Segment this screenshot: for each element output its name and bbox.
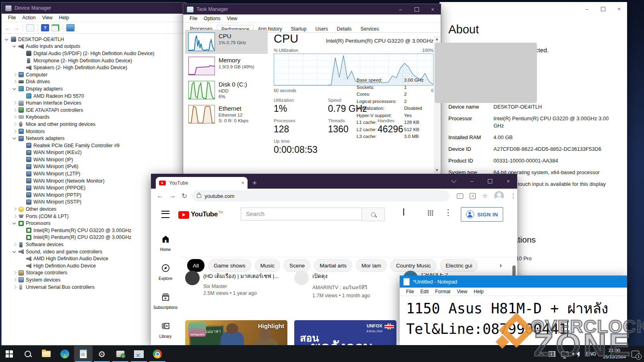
chevron-down-icon[interactable] <box>12 86 18 92</box>
tree-item[interactable]: WAN Miniport (IKEv2) <box>2 149 186 156</box>
chip-game-shows[interactable]: Game shows <box>208 259 251 272</box>
tree-item[interactable]: Microphone (2- High Definition Audio Dev… <box>2 57 186 64</box>
back-icon[interactable]: ← <box>157 192 163 200</box>
tab-close-icon[interactable]: × <box>241 180 244 186</box>
menu-view[interactable]: View <box>39 14 56 22</box>
video-title[interactable]: (HD เต็มเรื่อง) | มาสเตอร์เชฟ |... <box>203 273 279 280</box>
chrome-titlebar[interactable]: YouTube × + – × <box>151 174 517 189</box>
maximize-icon[interactable] <box>409 4 425 14</box>
chevron-right-icon[interactable] <box>12 100 18 106</box>
help-icon[interactable]: ? <box>41 24 49 31</box>
menu-view[interactable]: View <box>454 288 471 296</box>
tree-item[interactable]: Digital Audio (S/PDIF) (2- High Definiti… <box>2 50 186 57</box>
tree-item[interactable]: Mice and other pointing devices <box>2 121 186 128</box>
reload-icon[interactable]: ↻ <box>182 192 187 200</box>
menu-view[interactable]: View <box>224 14 241 23</box>
address-bar[interactable]: youtube.com <box>192 190 450 202</box>
task-manager-titlebar[interactable]: Task Manager – × <box>183 4 441 14</box>
tree-item[interactable]: Computer <box>2 71 186 78</box>
chip-martial-arts[interactable]: Martial arts <box>314 259 352 272</box>
chip-music[interactable]: Music <box>255 259 280 272</box>
back-icon[interactable]: ← <box>5 25 11 31</box>
apps-grid-icon[interactable] <box>428 210 433 216</box>
chevron-right-icon[interactable] <box>12 242 18 247</box>
notepad-text-area[interactable]: 1150 Asus H81M-D + ฝาหลัง Tel&Line:08799… <box>400 296 627 339</box>
tab-services[interactable]: Services <box>356 25 384 32</box>
video-item[interactable]: เป็ดคุงAMARINTV : อมรินทร์ทีวี1.7M views… <box>294 273 398 298</box>
sidebar-item-home[interactable]: Home <box>151 234 180 252</box>
edge-button[interactable] <box>56 346 74 362</box>
voice-search-icon[interactable] <box>401 208 407 214</box>
perf-tile-disk-0-c-[interactable]: Disk 0 (C:)HDD6% <box>185 78 268 102</box>
video-thumbnail[interactable]: สอน พูดอังกฤษ ตั้งแต่เริ่มต้น EP.1 เรียน… <box>294 320 396 345</box>
search-input[interactable] <box>241 208 361 220</box>
chip-all[interactable]: All <box>187 259 204 272</box>
youtube-menu-icon[interactable] <box>448 209 449 210</box>
scrollbar[interactable]: ▲ ▼ <box>434 36 440 173</box>
tab-search-icon[interactable] <box>445 174 463 189</box>
perf-tile-memory[interactable]: Memory1.9/3.9 GB (49%) <box>185 54 268 78</box>
tree-item[interactable]: Network adapters <box>2 135 186 142</box>
install-icon[interactable] <box>457 193 463 199</box>
chevron-right-icon[interactable] <box>12 206 18 212</box>
lock-icon[interactable] <box>197 194 201 198</box>
minimize-icon[interactable]: – <box>463 174 481 189</box>
tab-startup[interactable]: Startup <box>287 25 311 32</box>
chevron-right-icon[interactable] <box>12 284 18 290</box>
close-icon[interactable]: × <box>499 174 517 189</box>
tree-item[interactable]: Keyboards <box>2 114 186 121</box>
show-console-icon[interactable] <box>26 24 34 31</box>
chevron-down-icon[interactable] <box>12 220 18 226</box>
task-manager-taskbar-button[interactable] <box>130 346 148 362</box>
clock[interactable]: 21:00 15/10/2564 <box>603 348 626 360</box>
tree-item[interactable]: WAN Miniport (IP) <box>2 156 186 163</box>
chevron-right-icon[interactable] <box>12 214 18 219</box>
menu-action[interactable]: Action <box>19 14 39 22</box>
tab-users[interactable]: Users <box>311 25 332 32</box>
chip-country-music[interactable]: Country Music <box>390 259 436 272</box>
chevron-down-icon[interactable] <box>12 249 18 255</box>
tree-item[interactable]: Audio inputs and outputs <box>2 43 186 50</box>
chevron-right-icon[interactable] <box>12 79 18 84</box>
chevron-right-icon[interactable] <box>12 114 18 120</box>
perf-tile-ethernet[interactable]: EthernetEthernet 12S: 0 R: 0 Kbps <box>185 102 268 126</box>
properties-icon[interactable] <box>52 24 60 31</box>
bookmark-star-icon[interactable]: ☆ <box>482 192 487 200</box>
chevron-right-icon[interactable] <box>12 270 18 276</box>
close-icon[interactable]: × <box>425 4 441 14</box>
perf-tile-cpu[interactable]: CPU1% 0.79 GHz <box>185 30 268 54</box>
tree-item[interactable]: Monitors <box>2 128 186 135</box>
tree-item[interactable]: Speakers (2- High Definition Audio Devic… <box>2 64 186 71</box>
chevron-down-icon[interactable] <box>12 136 18 141</box>
browser-tab[interactable]: YouTube × <box>156 177 248 189</box>
device-manager-taskbar-button[interactable] <box>111 346 130 362</box>
translate-icon[interactable]: A <box>470 193 476 199</box>
menu-file[interactable]: File <box>186 14 200 23</box>
notepad-taskbar-button[interactable] <box>74 346 93 362</box>
start-button[interactable] <box>0 346 19 362</box>
volume-icon[interactable] <box>574 352 580 356</box>
chip-electric-gui[interactable]: Electric gui <box>440 259 478 272</box>
new-tab-icon[interactable]: + <box>252 179 257 187</box>
tree-item[interactable]: WAN Miniport (IPv6) <box>2 163 186 171</box>
chevron-down-icon[interactable] <box>4 37 10 42</box>
menu-help[interactable]: Help <box>471 288 487 296</box>
menu-help[interactable]: Help <box>56 14 72 22</box>
sidebar-item-subscriptions[interactable]: Subscriptions <box>151 292 180 310</box>
youtube-logo[interactable]: YouTube TH <box>178 210 223 219</box>
network-icon[interactable] <box>561 352 568 357</box>
sidebar-item-library[interactable]: Library <box>151 321 180 339</box>
chevron-right-icon[interactable] <box>12 72 18 78</box>
minimize-icon[interactable]: – <box>392 4 409 14</box>
settings-taskbar-button[interactable]: ⚙ <box>93 346 111 362</box>
tree-item[interactable]: DESKTOP-OE4ITLH <box>2 36 186 43</box>
file-explorer-button[interactable] <box>37 346 56 362</box>
tree-item[interactable]: AMD Radeon HD 5570 <box>2 93 186 100</box>
channel-avatar[interactable] <box>294 271 309 285</box>
video-title[interactable]: เป็ดคุง <box>312 273 370 280</box>
language-indicator[interactable]: ENG <box>586 351 596 357</box>
video-item[interactable]: (HD เต็มเรื่อง) | มาสเตอร์เชฟ |...Six Ma… <box>185 273 289 296</box>
taskbar-search-button[interactable] <box>19 346 37 362</box>
menu-edit[interactable]: Edit <box>417 288 432 296</box>
tree-item[interactable]: Display adapters <box>2 85 186 93</box>
